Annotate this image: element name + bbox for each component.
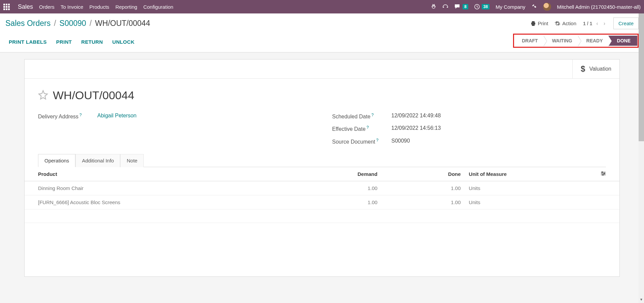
cell-uom: Units (465, 181, 584, 195)
tools-icon[interactable] (532, 4, 537, 10)
status-draft[interactable]: DRAFT (515, 36, 543, 46)
status-ready[interactable]: READY (578, 36, 608, 46)
tab-additional-info[interactable]: Additional Info (75, 154, 120, 167)
svg-point-1 (602, 172, 603, 173)
status-bar: DRAFT WAITING READY DONE (513, 34, 639, 48)
pager-next[interactable]: › (602, 21, 607, 27)
valuation-button[interactable]: $ Valuation (572, 60, 619, 78)
apps-icon[interactable] (3, 4, 10, 10)
messages-icon[interactable]: 8 (454, 4, 468, 9)
record-card: $ Valuation WH/OUT/00044 Delivery Addres… (24, 59, 620, 277)
breadcrumb: Sales Orders / S00090 / WH/OUT/00044 (5, 19, 150, 28)
effective-date-value: 12/09/2022 14:56:13 (392, 125, 441, 132)
return-button[interactable]: RETURN (81, 39, 103, 45)
col-uom: Unit of Measure (465, 167, 584, 181)
messages-badge: 8 (463, 4, 468, 9)
svg-point-2 (604, 173, 605, 174)
scrollbar[interactable]: ▲ ▼ (639, 13, 644, 283)
source-document-label: Source Document? (332, 138, 386, 145)
col-done: Done (381, 167, 465, 181)
nav-to-invoice[interactable]: To Invoice (61, 4, 83, 10)
nav-products[interactable]: Products (89, 4, 109, 10)
action-button[interactable]: Action (555, 21, 576, 26)
col-options (584, 167, 619, 181)
dollar-icon: $ (581, 64, 585, 74)
avatar[interactable] (543, 3, 551, 11)
delivery-address-label: Delivery Address? (38, 113, 92, 120)
activities-badge: 38 (482, 4, 489, 9)
record-title: WH/OUT/00044 (53, 89, 134, 102)
second-row: PRINT LABELS PRINT RETURN UNLOCK DRAFT W… (0, 31, 644, 52)
cell-uom: Units (465, 195, 584, 209)
cell-done: 1.00 (381, 195, 465, 209)
nav-orders[interactable]: Orders (39, 4, 55, 10)
scheduled-date-label: Scheduled Date? (332, 113, 386, 120)
control-bar: Sales Orders / S00090 / WH/OUT/00044 Pri… (0, 13, 644, 31)
app-brand: Sales (18, 3, 33, 10)
tab-operations[interactable]: Operations (38, 154, 75, 167)
col-product: Product (25, 167, 310, 181)
operations-table: Product Demand Done Unit of Measure Din (25, 167, 619, 263)
print-labels-button[interactable]: PRINT LABELS (9, 39, 47, 45)
breadcrumb-sep: / (54, 19, 56, 28)
support-icon[interactable] (442, 4, 448, 10)
valuation-label: Valuation (589, 66, 611, 72)
print-button[interactable]: Print (531, 21, 548, 26)
effective-date-label: Effective Date? (332, 125, 386, 132)
col-demand: Demand (310, 167, 381, 181)
scroll-thumb[interactable] (639, 13, 644, 141)
action-label: Action (562, 21, 576, 26)
cell-product: Dinning Room Chair (25, 181, 310, 195)
print-label: Print (538, 21, 548, 26)
nav-configuration[interactable]: Configuration (143, 4, 173, 10)
breadcrumb-sales-orders[interactable]: Sales Orders (5, 19, 50, 28)
table-row[interactable]: Dinning Room Chair 1.00 1.00 Units (25, 181, 619, 195)
breadcrumb-s00090[interactable]: S00090 (60, 19, 86, 28)
delivery-address-value[interactable]: Abigail Peterson (97, 113, 137, 120)
company-switcher[interactable]: My Company (496, 4, 525, 10)
cell-demand: 1.00 (310, 181, 381, 195)
tab-note[interactable]: Note (120, 154, 144, 167)
svg-point-3 (603, 174, 604, 175)
nav-reporting[interactable]: Reporting (115, 4, 137, 10)
user-menu[interactable]: Mitchell Admin (21702450-master-all) (557, 4, 641, 10)
scheduled-date-value: 12/09/2022 14:49:48 (392, 113, 441, 120)
cell-demand: 1.00 (310, 195, 381, 209)
debug-icon[interactable] (431, 4, 436, 10)
table-row[interactable]: [FURN_6666] Acoustic Bloc Screens 1.00 1… (25, 195, 619, 209)
tabs: Operations Additional Info Note (38, 154, 606, 167)
column-options-icon[interactable] (601, 171, 606, 177)
source-document-value: S00090 (392, 138, 410, 145)
cell-done: 1.00 (381, 181, 465, 195)
cell-product: [FURN_6666] Acoustic Bloc Screens (25, 195, 310, 209)
activities-icon[interactable]: 38 (474, 4, 489, 9)
pager-text: 1 / 1 (583, 21, 592, 26)
pager: 1 / 1 ‹ › (583, 21, 607, 27)
print-detail-button[interactable]: PRINT (56, 39, 72, 45)
star-icon[interactable] (38, 90, 48, 101)
status-done[interactable]: DONE (608, 36, 637, 46)
breadcrumb-sep: / (90, 19, 92, 28)
create-button[interactable]: Create (613, 17, 639, 29)
status-waiting[interactable]: WAITING (543, 36, 578, 46)
top-navbar: Sales Orders To Invoice Products Reporti… (0, 0, 644, 13)
pager-prev[interactable]: ‹ (595, 21, 599, 27)
unlock-button[interactable]: UNLOCK (112, 39, 135, 45)
breadcrumb-current: WH/OUT/00044 (95, 19, 150, 28)
